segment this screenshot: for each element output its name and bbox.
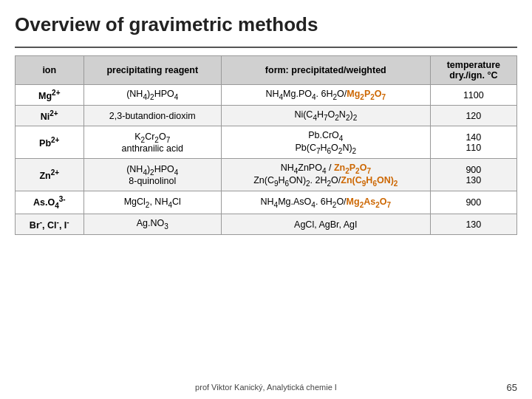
temp-cell: 140110 bbox=[430, 126, 516, 159]
table-row: Br-, Cl-, I- Ag.NO3 AgCl, AgBr, AgI 130 bbox=[16, 214, 517, 234]
main-page: Overview of gravimetric methods ion prec… bbox=[0, 0, 532, 399]
reagent-cell: (NH4)2HPO48-quinolinol bbox=[83, 159, 221, 191]
reagent-cell: Ag.NO3 bbox=[83, 214, 221, 234]
gravimetric-table: ion precipitating reagent form: precipit… bbox=[15, 55, 517, 235]
reagent-cell: 2,3-butandion-dioxim bbox=[83, 106, 221, 126]
form-cell: AgCl, AgBr, AgI bbox=[221, 214, 430, 234]
temp-cell: 130 bbox=[430, 214, 516, 234]
header-form: form: precipitated/weighted bbox=[221, 56, 430, 85]
table-row: Pb2+ K2Cr2O7anthranilic acid Pb.CrO4Pb(C… bbox=[16, 126, 517, 159]
page-number: 65 bbox=[507, 382, 517, 393]
reagent-cell: (NH4)2HPO4 bbox=[83, 85, 221, 106]
temp-cell: 900 bbox=[430, 191, 516, 214]
header-reagent: precipitating reagent bbox=[83, 56, 221, 85]
ion-cell: Ni2+ bbox=[16, 106, 84, 126]
form-cell: Pb.CrO4Pb(C7H6O2N)2 bbox=[221, 126, 430, 159]
ion-cell: Zn2+ bbox=[16, 159, 84, 191]
table-row: Zn2+ (NH4)2HPO48-quinolinol NH4ZnPO4 / Z… bbox=[16, 159, 517, 191]
form-cell: NH4Mg.PO4. 6H2O/Mg2P2O7 bbox=[221, 85, 430, 106]
header-ion: ion bbox=[16, 56, 84, 85]
ion-cell: Mg2+ bbox=[16, 85, 84, 106]
temp-cell: 900130 bbox=[430, 159, 516, 191]
reagent-cell: K2Cr2O7anthranilic acid bbox=[83, 126, 221, 159]
ion-cell: As.O43- bbox=[16, 191, 84, 214]
temp-cell: 120 bbox=[430, 106, 516, 126]
ion-cell: Pb2+ bbox=[16, 126, 84, 159]
form-cell: Ni(C4H7O2N2)2 bbox=[221, 106, 430, 126]
form-cell: NH4ZnPO4 / Zn2P2O7Zn(C9H6ON)2. 2H2O/Zn(C… bbox=[221, 159, 430, 191]
table-row: Ni2+ 2,3-butandion-dioxim Ni(C4H7O2N2)2 … bbox=[16, 106, 517, 126]
footer-text: prof Viktor Kanický, Analytická chemie I bbox=[195, 383, 337, 392]
temp-cell: 1100 bbox=[430, 85, 516, 106]
page-title: Overview of gravimetric methods bbox=[15, 7, 517, 48]
header-temp: temperaturedry./ign. °C bbox=[430, 56, 516, 85]
table-row: As.O43- MgCl2, NH4Cl NH4Mg.AsO4. 6H2O/Mg… bbox=[16, 191, 517, 214]
form-cell: NH4Mg.AsO4. 6H2O/Mg2As2O7 bbox=[221, 191, 430, 214]
ion-cell: Br-, Cl-, I- bbox=[16, 214, 84, 234]
reagent-cell: MgCl2, NH4Cl bbox=[83, 191, 221, 214]
table-row: Mg2+ (NH4)2HPO4 NH4Mg.PO4. 6H2O/Mg2P2O7 … bbox=[16, 85, 517, 106]
